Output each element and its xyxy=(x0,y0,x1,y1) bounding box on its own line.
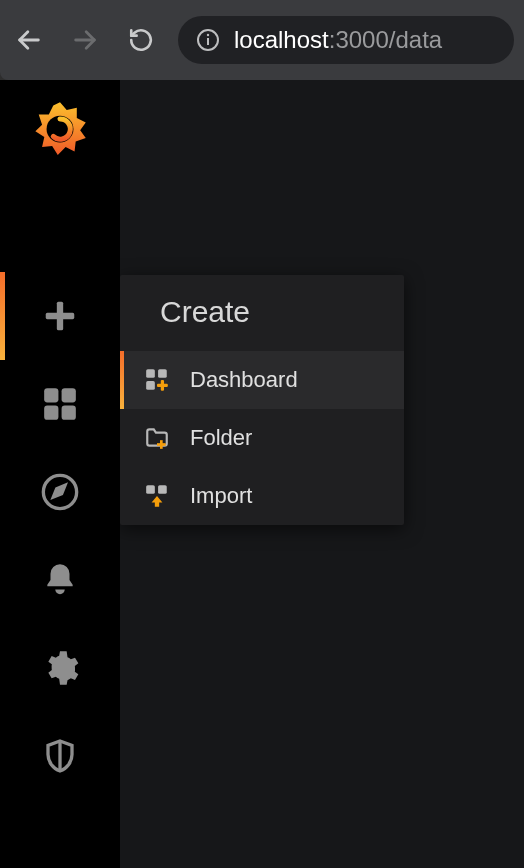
flyout-item-label: Import xyxy=(190,483,252,509)
arrow-left-icon xyxy=(15,26,43,54)
forward-button[interactable] xyxy=(66,21,104,59)
svg-rect-15 xyxy=(158,369,167,378)
sidebar-item-alerting[interactable] xyxy=(0,536,120,624)
reload-button[interactable] xyxy=(122,21,160,59)
svg-rect-22 xyxy=(158,485,167,494)
flyout-item-label: Dashboard xyxy=(190,367,298,393)
svg-marker-13 xyxy=(53,485,65,497)
svg-rect-7 xyxy=(46,313,75,319)
sidebar xyxy=(0,80,120,868)
url-path: :3000/data xyxy=(329,26,442,53)
info-icon xyxy=(196,28,220,52)
compass-icon xyxy=(40,472,80,512)
svg-rect-11 xyxy=(62,406,76,420)
flyout-item-folder[interactable]: Folder xyxy=(120,409,404,467)
sidebar-item-admin[interactable] xyxy=(0,712,120,800)
flyout-item-import[interactable]: Import xyxy=(120,467,404,525)
back-button[interactable] xyxy=(10,21,48,59)
browser-toolbar: localhost:3000/data xyxy=(0,0,524,80)
squares-icon xyxy=(41,385,79,423)
reload-icon xyxy=(128,27,154,53)
url-bar[interactable]: localhost:3000/data xyxy=(178,16,514,64)
svg-rect-21 xyxy=(146,485,155,494)
svg-rect-8 xyxy=(44,388,58,402)
folder-add-icon xyxy=(142,425,172,451)
sidebar-item-explore[interactable] xyxy=(0,448,120,536)
bell-icon xyxy=(41,561,79,599)
gear-icon xyxy=(40,648,80,688)
shield-icon xyxy=(42,738,78,774)
sidebar-item-create[interactable] xyxy=(0,272,120,360)
url-text: localhost:3000/data xyxy=(234,26,442,54)
svg-rect-14 xyxy=(146,369,155,378)
svg-rect-18 xyxy=(157,384,168,387)
sidebar-item-dashboards[interactable] xyxy=(0,360,120,448)
svg-point-4 xyxy=(207,34,209,36)
dashboard-add-icon xyxy=(142,367,172,393)
import-icon xyxy=(142,483,172,509)
flyout-item-dashboard[interactable]: Dashboard xyxy=(120,351,404,409)
plus-icon xyxy=(41,297,79,335)
url-host: localhost xyxy=(234,26,329,53)
flyout-title: Create xyxy=(120,275,404,351)
svg-rect-10 xyxy=(44,406,58,420)
arrow-right-icon xyxy=(71,26,99,54)
app: Create Dashboard Folder Import xyxy=(0,80,524,868)
sidebar-item-settings[interactable] xyxy=(0,624,120,712)
svg-rect-9 xyxy=(62,388,76,402)
flyout-item-label: Folder xyxy=(190,425,252,451)
create-flyout: Create Dashboard Folder Import xyxy=(120,275,404,525)
grafana-logo-icon xyxy=(32,100,88,156)
svg-rect-16 xyxy=(146,381,155,390)
grafana-logo[interactable] xyxy=(26,94,94,162)
